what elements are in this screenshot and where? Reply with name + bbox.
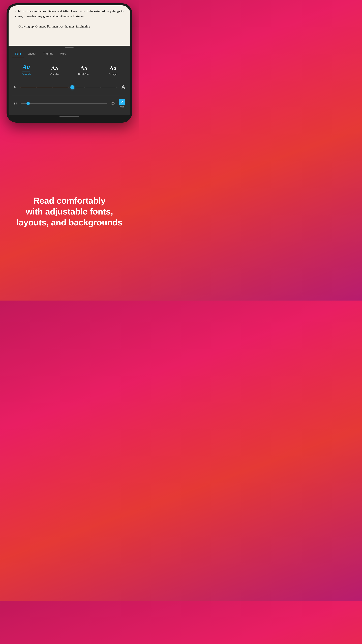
tick: [20, 88, 21, 88]
fade-overlay: [8, 39, 130, 46]
font-size-small-label: A: [13, 85, 17, 89]
book-content-area: split my life into halves: Before and Af…: [8, 5, 130, 46]
phone-frame: split my life into halves: Before and Af…: [6, 3, 132, 122]
bottom-panel: Font Layout Themes More Aa Bookerly: [8, 50, 130, 115]
book-text: split my life into halves: Before and Af…: [15, 9, 123, 29]
tab-themes[interactable]: Themes: [39, 50, 56, 58]
tick: [84, 88, 85, 88]
font-options-row: Aa Bookerly Aa Caecilia Aa Droid Serif A…: [12, 62, 127, 79]
tick: [100, 88, 101, 88]
font-option-caecilia[interactable]: Aa Caecilia: [50, 65, 59, 76]
tab-layout[interactable]: Layout: [24, 50, 39, 58]
svg-line-7: [14, 104, 15, 105]
tick: [68, 88, 69, 88]
home-indicator-bar: [59, 116, 79, 117]
brightness-row: ✓ Auto: [12, 96, 127, 111]
brightness-track: [21, 103, 107, 104]
brightness-thumb[interactable]: [26, 102, 30, 105]
caecilia-preview: Aa: [51, 65, 58, 72]
svg-line-8: [16, 102, 17, 102]
home-indicator-area: [8, 115, 130, 120]
drag-handle-bar: [8, 46, 130, 50]
tab-font[interactable]: Font: [12, 50, 24, 58]
font-size-row: A A: [12, 79, 127, 96]
slider-track-inactive: [73, 87, 117, 88]
font-size-slider[interactable]: [20, 86, 117, 89]
checkmark-icon: ✓: [121, 100, 124, 104]
georgia-name: Georgia: [109, 73, 117, 76]
tick: [36, 88, 37, 88]
font-size-large-label: A: [120, 84, 125, 90]
font-option-bookerly[interactable]: Aa Bookerly: [22, 63, 31, 76]
tab-more[interactable]: More: [57, 50, 70, 58]
svg-line-16: [111, 105, 112, 105]
svg-point-9: [112, 102, 114, 104]
sun-small-icon: [14, 102, 17, 105]
tick: [116, 88, 117, 88]
checkbox-checked: ✓: [119, 99, 125, 105]
svg-line-6: [16, 104, 17, 105]
svg-line-14: [111, 102, 112, 102]
georgia-preview: Aa: [109, 65, 116, 72]
slider-track: [20, 87, 117, 88]
phone-screen: split my life into halves: Before and Af…: [8, 5, 130, 120]
font-option-droid-serif[interactable]: Aa Droid Serif: [78, 65, 89, 76]
marketing-text: Read comfortably with adjustable fonts, …: [16, 195, 122, 228]
svg-line-17: [114, 102, 114, 102]
brightness-low-icon: [13, 101, 18, 106]
slider-thumb[interactable]: [70, 85, 74, 89]
auto-label: Auto: [120, 106, 124, 108]
droid-serif-preview: Aa: [80, 65, 87, 72]
font-option-georgia[interactable]: Aa Georgia: [109, 65, 117, 76]
brightness-high-icon: [110, 100, 116, 106]
bookerly-name: Bookerly: [22, 73, 31, 76]
auto-brightness-toggle[interactable]: ✓ Auto: [119, 99, 125, 108]
sun-large-icon: [111, 101, 115, 106]
caecilia-name: Caecilia: [50, 73, 59, 76]
marketing-section: Read comfortably with adjustable fonts, …: [10, 122, 129, 300]
drag-handle[interactable]: [65, 47, 73, 48]
bookerly-preview: Aa: [22, 63, 30, 72]
tab-bar: Font Layout Themes More: [12, 50, 127, 58]
svg-line-5: [14, 102, 15, 102]
svg-point-0: [15, 103, 16, 104]
svg-line-15: [114, 105, 114, 105]
droid-serif-name: Droid Serif: [78, 73, 89, 76]
brightness-slider[interactable]: [21, 102, 107, 105]
tick: [52, 88, 53, 88]
